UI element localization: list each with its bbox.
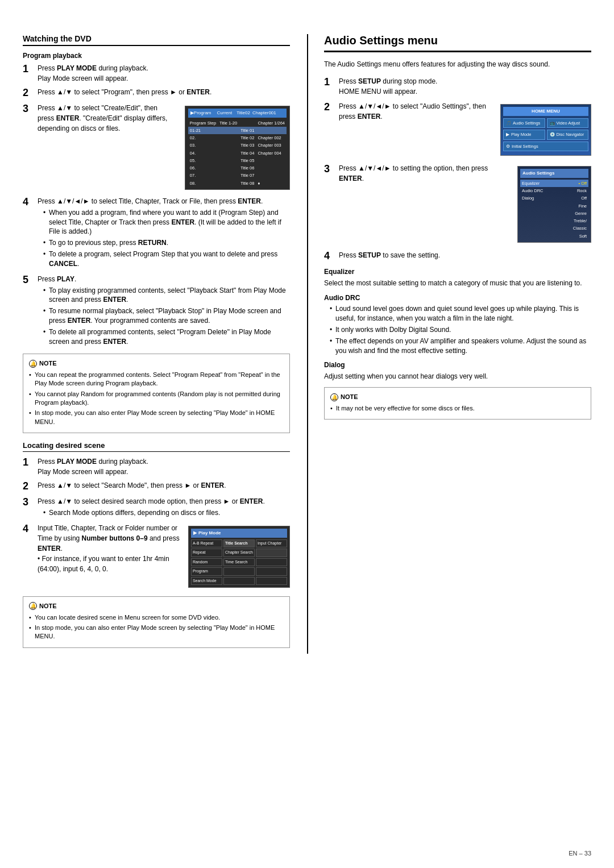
right-step-content-2: HOME MENU 🎵 Audio Settings 📺 Video Adjus…	[339, 101, 591, 159]
locate-step-number-4: 4	[23, 523, 35, 535]
step5-text: Press PLAY.	[38, 275, 76, 283]
home-menu-video-label: Video Adjust	[557, 120, 580, 126]
home-menu-initial-settings: ⚙ Initial Settings	[503, 142, 588, 151]
classic-value: Classic	[573, 225, 587, 231]
step-content-3: Press ▲/▼ to select "Create/Edit", then …	[38, 103, 290, 193]
equalizer-text: Select the most suitable setting to matc…	[324, 278, 591, 288]
step-5: 5 Press PLAY. To play existing programme…	[23, 274, 290, 348]
step-content-4: Press ▲/▼/◄/► to select Title, Chapter, …	[38, 196, 290, 271]
right-step1-text: Press SETUP during stop mode.	[339, 77, 437, 85]
step5-bullet-2: To resume normal playback, select "Playb…	[43, 306, 290, 326]
section-title: Watching the DVD	[23, 34, 290, 46]
home-menu-disc-navigator: 💿 Disc Navigator	[547, 130, 589, 139]
locating-note-1: You can locate desired scene in Menu scr…	[29, 613, 284, 622]
right-step-content-3: Audio Settings Equalizer • Off Audio DRC…	[339, 163, 591, 246]
step-content-1: Press PLAY MODE during playback. Play Mo…	[38, 63, 290, 84]
locate-step-3: 3 Press ▲/▼ to select desired search mod…	[23, 496, 290, 520]
dialog-value: Off	[581, 195, 587, 201]
right-step-content-1: Press SETUP during stop mode. HOME MENU …	[339, 76, 591, 97]
program-title02: Title02	[237, 110, 250, 117]
right-step-3: 3 Audio Settings Equalizer • Off Audio D…	[324, 163, 591, 246]
right-step-4: 4 Press SETUP to save the setting.	[324, 250, 591, 263]
audio-note-icon: 🔔	[330, 393, 338, 401]
step4-text: Press ▲/▼/◄/► to select Title, Chapter, …	[38, 197, 263, 205]
locate-step2-text: Press ▲/▼ to select "Search Mode", then …	[38, 481, 226, 489]
program-note-1: You can repeat the programmed contents. …	[29, 371, 284, 388]
audio-drc-label: Audio DRC	[522, 188, 544, 194]
audio-settings-icon: 🎵	[506, 120, 511, 126]
step-4: 4 Press ▲/▼/◄/► to select Title, Chapter…	[23, 196, 290, 271]
initial-settings-icon: ⚙	[506, 143, 510, 149]
play-mode-grid: A-B Repeat Title Search Input Chapter Re…	[191, 539, 287, 585]
program-note-2: You cannot play Random for programmed co…	[29, 390, 284, 408]
audio-row-dialog: Dialog Off	[520, 194, 588, 202]
pm-cell-empty6	[256, 577, 287, 585]
step1-sub: Play Mode screen will appear.	[38, 74, 128, 82]
step2-text: Press ▲/▼ to select "Program", then pres…	[38, 88, 211, 96]
home-menu-audio-label: Audio Settings	[513, 120, 540, 126]
step4-bullet-1: When you add a program, find where you w…	[43, 208, 290, 236]
dialog-label: Dialog	[522, 195, 534, 201]
step-content-5: Press PLAY. To play existing programmed …	[38, 274, 290, 348]
note-icon: 🔔	[29, 360, 37, 368]
step4-bullets: When you add a program, find where you w…	[38, 208, 290, 269]
right-step-2: 2 HOME MENU 🎵 Audio Settings 📺 Video Adj…	[324, 101, 591, 159]
locate-note-label: NOTE	[39, 601, 57, 611]
audio-drc-bullet-2: It only works with Dolby Digital Sound.	[330, 325, 591, 335]
play-mode-icon: ▶	[193, 530, 197, 537]
step3-text: Press ▲/▼ to select "Create/Edit", then …	[38, 104, 167, 132]
audio-drc-list: Loud sound level goes down and quiet sou…	[324, 304, 591, 355]
audio-note-list: It may not be very effective for some di…	[330, 404, 585, 413]
right-step-content-4: Press SETUP to save the setting.	[339, 250, 591, 260]
locating-note-box: 🔔 NOTE You can locate desired scene in M…	[23, 596, 290, 648]
audio-drc-value: Rock	[577, 188, 587, 194]
program-note-header: 🔔 NOTE	[29, 359, 284, 368]
locating-note-header: 🔔 NOTE	[29, 601, 284, 611]
step-2: 2 Press ▲/▼ to select "Program", then pr…	[23, 87, 290, 99]
pm-cell-title-search: Title Search	[223, 539, 255, 548]
right-column: Audio Settings menu The Audio Settings m…	[307, 34, 591, 654]
right-step-number-1: 1	[324, 76, 337, 89]
soft-value: Soft	[579, 233, 587, 239]
locate-step3-bullet-1: Search Mode options differs, depending o…	[43, 508, 290, 518]
pm-cell-search-mode: Search Mode	[191, 577, 222, 585]
program-row-label: Program Step	[188, 119, 218, 127]
audio-row-genre: Genre	[520, 210, 588, 217]
fine-value: Fine	[578, 203, 587, 209]
home-menu-audio-settings: 🎵 Audio Settings	[503, 118, 545, 128]
step1-text2: during playback.	[97, 64, 148, 72]
pm-cell-1: A-B Repeat	[191, 539, 222, 548]
right-step2-text: Press ▲/▼/◄/► to select "Audio Settings"…	[339, 102, 486, 121]
program-note-list: You can repeat the programmed contents. …	[29, 371, 284, 426]
right-step-number-4: 4	[324, 250, 337, 263]
pm-cell-input-chapter: Input Chapter	[256, 539, 287, 548]
locate-step-content-1: Press PLAY MODE during playback. Play Mo…	[38, 456, 290, 477]
right-step4-text: Press SETUP to save the setting.	[339, 251, 440, 259]
pm-cell-empty5	[223, 577, 255, 585]
step-number-3: 3	[23, 103, 35, 115]
home-menu-play-mode: ▶ Play Mode	[503, 130, 545, 139]
audio-note-header: 🔔 NOTE	[330, 392, 585, 402]
home-menu-screen: HOME MENU 🎵 Audio Settings 📺 Video Adjus…	[500, 104, 591, 156]
pm-cell-random: Random	[191, 558, 222, 567]
locate-step-number-3: 3	[23, 496, 35, 509]
equalizer-value: • Off	[578, 180, 587, 186]
audio-row-classic: Classic	[520, 225, 588, 232]
treble-value: Treble/	[574, 218, 587, 224]
audio-note-box: 🔔 NOTE It may not be very effective for …	[324, 387, 591, 420]
audio-settings-screen: Audio Settings Equalizer • Off Audio DRC…	[517, 166, 591, 243]
equalizer-label: Equalizer	[522, 180, 540, 186]
audio-row-soft: Soft	[520, 232, 588, 240]
step4-bullet-3: To delete a program, select Program Step…	[43, 250, 290, 269]
program-screen-title: Program	[194, 110, 211, 117]
pm-cell-time-search: Time Search	[223, 558, 255, 567]
program-current-label: Current	[217, 110, 233, 117]
program-note-3: In stop mode, you can also enter Play Mo…	[29, 409, 284, 426]
audio-intro: The Audio Settings menu offers features …	[324, 59, 591, 69]
step-number-4: 4	[23, 196, 35, 209]
locating-note-list: You can locate desired scene in Menu scr…	[29, 613, 284, 641]
home-menu-initial-label: Initial Settings	[512, 143, 538, 149]
pm-cell-empty2	[256, 558, 287, 567]
audio-screen-title: Audio Settings	[520, 169, 588, 178]
equalizer-heading: Equalizer	[324, 268, 591, 276]
